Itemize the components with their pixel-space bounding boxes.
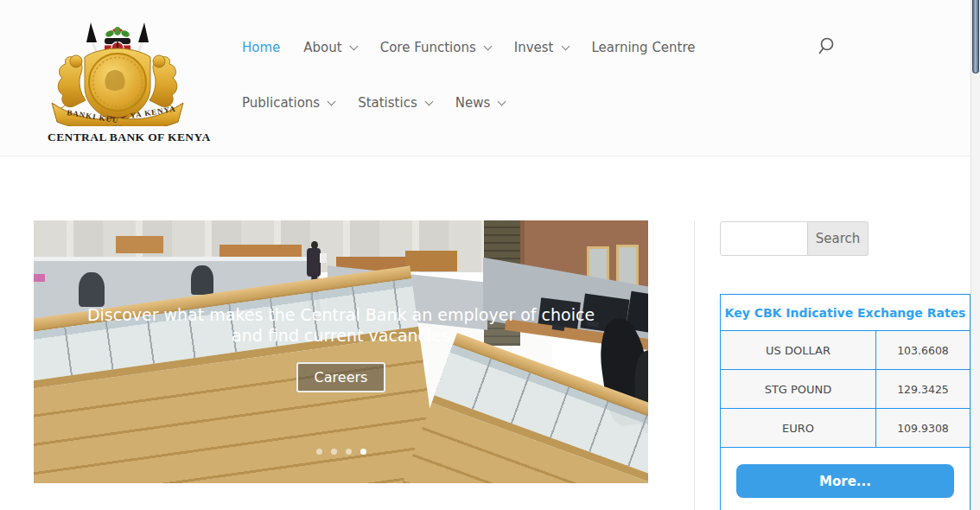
currency-label: EURO: [721, 409, 876, 447]
chevron-down-icon: [328, 98, 336, 106]
hero-slider: Discover what makes the Central Bank an …: [34, 220, 648, 483]
chevron-down-icon: [561, 42, 570, 51]
nav-label: Home: [242, 39, 280, 57]
currency-rate: 129.3425: [876, 370, 970, 408]
nav-item-statistics[interactable]: Statistics: [358, 94, 432, 112]
nav-item-learning-centre[interactable]: Learning Centre: [592, 39, 696, 57]
nav-label: Core Functions: [380, 39, 476, 57]
carousel-dot-3[interactable]: [346, 449, 352, 455]
sidebar-search-button[interactable]: Search: [808, 221, 869, 256]
more-rates-button[interactable]: More...: [736, 464, 954, 498]
scrollbar-thumb[interactable]: [972, 0, 979, 73]
nav-item-about[interactable]: About: [303, 39, 356, 57]
sidebar-search-input[interactable]: [720, 221, 808, 256]
sidebar-search: Search: [720, 221, 869, 256]
nav-label: Statistics: [358, 94, 417, 112]
table-row-gbp: STG POUND 129.3425: [721, 370, 970, 409]
sidebar-divider: [694, 220, 695, 510]
nav-item-core-functions[interactable]: Core Functions: [380, 39, 491, 57]
nav-label: News: [455, 94, 491, 112]
nav-label: Learning Centre: [592, 39, 696, 57]
chevron-down-icon: [498, 98, 506, 106]
cbk-logo[interactable]: BANKI KUU YA KENYA CENTRAL BANK OF KENYA: [48, 21, 188, 144]
carousel-dots: [34, 449, 648, 455]
cbk-coat-of-arms-icon: BANKI KUU YA KENYA: [48, 21, 188, 126]
nav-label: About: [303, 39, 341, 57]
nav-item-publications[interactable]: Publications: [242, 94, 334, 112]
nav-label: Publications: [242, 94, 320, 112]
currency-label: STG POUND: [721, 370, 876, 408]
carousel-dot-2[interactable]: [331, 449, 337, 455]
hero-headline-line2: and find current vacancies: [232, 326, 450, 347]
main-nav: Home About Core Functions Invest Learnin…: [242, 39, 799, 112]
logo-title: CENTRAL BANK OF KENYA: [48, 131, 188, 144]
currency-label: US DOLLAR: [721, 331, 876, 369]
lion-right-icon: [150, 55, 181, 109]
exchange-rates-table: Key CBK Indicative Exchange Rates US DOL…: [720, 294, 970, 510]
exchange-rates-title: Key CBK Indicative Exchange Rates: [721, 295, 970, 331]
chevron-down-icon: [349, 42, 358, 51]
page-scrollbar[interactable]: [970, 0, 980, 510]
currency-rate: 109.9308: [876, 409, 970, 447]
table-row-eur: EURO 109.9308: [721, 409, 970, 448]
site-header: BANKI KUU YA KENYA CENTRAL BANK OF KENYA…: [0, 0, 980, 156]
nav-item-invest[interactable]: Invest: [514, 39, 569, 57]
careers-button[interactable]: Careers: [296, 362, 386, 392]
hero-headline-line1: Discover what makes the Central Bank an …: [87, 305, 595, 326]
rates-more-section: More...: [721, 448, 970, 510]
currency-rate: 103.6608: [876, 331, 970, 369]
nav-item-home[interactable]: Home: [242, 39, 280, 57]
carousel-dot-4-active[interactable]: [360, 449, 366, 455]
chevron-down-icon: [483, 42, 492, 51]
nav-label: Invest: [514, 39, 554, 57]
carousel-dot-1[interactable]: [316, 449, 322, 455]
search-icon[interactable]: [818, 37, 835, 56]
chevron-down-icon: [424, 98, 433, 106]
table-row-usd: US DOLLAR 103.6608: [721, 331, 970, 370]
nav-item-news[interactable]: News: [455, 94, 506, 112]
hero-content: Discover what makes the Central Bank an …: [34, 220, 648, 483]
lion-left-icon: [54, 55, 86, 109]
